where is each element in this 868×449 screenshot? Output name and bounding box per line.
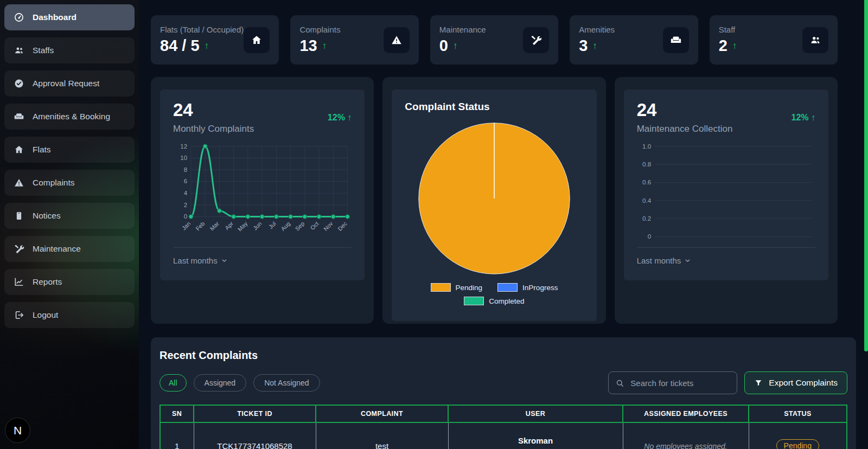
maintenance-collection-card: 24 Maintenance Collection 12% ↑ 00.20.40… — [615, 77, 838, 324]
svg-text:Feb: Feb — [194, 220, 206, 232]
stat-value: 2 — [719, 37, 727, 55]
legend-item: InProgress — [497, 283, 558, 292]
monthly-complaints-card: 24 Monthly Complaints 12% ↑ 024681012Jan… — [151, 77, 374, 324]
svg-text:Dec: Dec — [336, 220, 348, 232]
legend-swatch — [431, 283, 451, 292]
cell-ticket-id: TCK1773741068528 — [194, 422, 316, 449]
filter-assigned-button[interactable]: Assigned — [194, 374, 247, 392]
stat-card-staff: Staff 2 ↑ — [710, 15, 838, 65]
sidebar-item-label: Approval Request — [33, 79, 99, 88]
funnel-icon — [754, 379, 763, 387]
sidebar-item-notices[interactable]: Notices — [4, 203, 135, 229]
home-icon — [14, 144, 24, 155]
complaints-table: SN TICKET ID COMPLAINT USER ASSIGNED EMP… — [159, 405, 847, 449]
sidebar-item-label: Logout — [33, 310, 58, 320]
svg-text:Nov: Nov — [322, 220, 334, 232]
last-months-dropdown[interactable]: Last months — [173, 256, 228, 265]
legend-item: Completed — [464, 297, 524, 305]
maintenance-collection-value: 24 — [637, 101, 733, 119]
svg-text:Oct: Oct — [309, 220, 320, 231]
stat-value: 13 — [299, 37, 317, 55]
sidebar-item-flats[interactable]: Flats — [4, 137, 135, 163]
notice-icon — [14, 210, 24, 221]
sidebar-item-complaints[interactable]: Complaints — [4, 170, 135, 196]
stat-value: 3 — [579, 37, 588, 55]
sidebar-item-label: Flats — [33, 145, 51, 155]
stats-row: Flats (Total / Occupied) 84 / 5 ↑ Compla… — [151, 15, 838, 65]
legend-item: Pending — [431, 283, 483, 292]
monthly-complaints-line-chart: 024681012JanFebMarAprMayJunJulAugSepOctN… — [173, 141, 352, 243]
users-icon — [809, 34, 821, 46]
svg-text:12: 12 — [180, 143, 187, 150]
home-icon — [251, 34, 263, 46]
sidebar-item-reports[interactable]: Reports — [4, 269, 135, 295]
svg-text:0.8: 0.8 — [642, 161, 651, 168]
check-circle-icon — [14, 78, 24, 89]
search-icon — [615, 379, 624, 388]
divider — [173, 247, 352, 248]
svg-text:Aug: Aug — [279, 220, 291, 232]
sidebar-item-maintenance[interactable]: Maintenance — [4, 236, 135, 262]
legend-label: Completed — [489, 297, 524, 305]
stat-icon-box — [523, 27, 549, 53]
stat-icon-box — [244, 27, 270, 53]
logout-icon — [14, 310, 24, 320]
chart-icon — [14, 277, 24, 287]
stat-card-flats: Flats (Total / Occupied) 84 / 5 ↑ — [151, 15, 279, 65]
legend-label: Pending — [456, 284, 483, 292]
main-content: Flats (Total / Occupied) 84 / 5 ↑ Compla… — [139, 0, 868, 449]
charts-row: 24 Monthly Complaints 12% ↑ 024681012Jan… — [151, 77, 838, 324]
nextjs-logo[interactable]: N — [5, 418, 30, 443]
sidebar-item-logout[interactable]: Logout — [4, 302, 135, 328]
sidebar-item-label: Amenities & Booking — [33, 112, 110, 121]
search-input[interactable] — [629, 378, 730, 388]
logo-letter: N — [14, 424, 22, 437]
svg-text:Jun: Jun — [252, 220, 263, 232]
last-months-dropdown[interactable]: Last months — [637, 256, 692, 265]
stat-label: Maintenance — [439, 25, 486, 34]
svg-text:8: 8 — [184, 166, 187, 173]
users-icon — [14, 45, 24, 56]
cell-assigned-employees: No employees assigned. — [623, 422, 749, 449]
sidebar-item-amenities-booking[interactable]: Amenities & Booking — [4, 104, 135, 130]
svg-text:Sep: Sep — [293, 220, 305, 232]
svg-text:2: 2 — [184, 201, 187, 208]
cell-status: Pending — [749, 422, 847, 449]
stat-value: 84 / 5 — [160, 37, 200, 55]
filter-pills: All Assigned Not Assigned — [159, 374, 320, 392]
tools-icon — [14, 243, 24, 254]
export-label: Export Complaints — [769, 378, 838, 388]
svg-text:0.6: 0.6 — [642, 178, 651, 185]
maintenance-collection-label: Maintenance Collection — [637, 124, 733, 134]
filter-not-assigned-button[interactable]: Not Assigned — [253, 374, 320, 392]
stat-label: Complaints — [299, 25, 340, 34]
sidebar: Dashboard Staffs Approval Request Amenit… — [0, 0, 139, 449]
status-badge: Pending — [776, 439, 819, 449]
dropdown-label: Last months — [637, 256, 681, 265]
sidebar-item-label: Reports — [33, 277, 62, 287]
couch-icon — [670, 34, 682, 46]
stat-card-maintenance: Maintenance 0 ↑ — [430, 15, 558, 65]
sidebar-item-approval-request[interactable]: Approval Request — [4, 70, 135, 97]
trend-up-arrow: ↑ — [453, 41, 458, 52]
divider — [637, 247, 815, 248]
sidebar-item-dashboard[interactable]: Dashboard — [4, 4, 135, 30]
cell-user: Skroman skroman-testing@skromanglobal.co… — [448, 422, 623, 449]
col-complaint: COMPLAINT — [316, 405, 448, 422]
legend-label: InProgress — [522, 284, 558, 292]
col-user: USER — [448, 405, 623, 422]
svg-text:0: 0 — [184, 213, 187, 220]
sidebar-item-staffs[interactable]: Staffs — [4, 37, 135, 63]
page-scrollbar-thumb[interactable] — [864, 0, 868, 351]
filter-all-button[interactable]: All — [159, 374, 187, 392]
svg-text:0.4: 0.4 — [642, 197, 652, 204]
stat-icon-box — [663, 27, 689, 53]
table-row[interactable]: 1 TCK1773741068528 test Skroman skroman-… — [160, 422, 847, 449]
sidebar-item-label: Staffs — [33, 46, 54, 55]
pie-legend: PendingInProgressCompleted — [410, 283, 578, 305]
svg-text:Jan: Jan — [181, 220, 192, 232]
export-complaints-button[interactable]: Export Complaints — [744, 371, 847, 394]
complaint-status-card: Complaint Status PendingInProgressComple… — [382, 77, 605, 324]
legend-swatch — [464, 297, 484, 305]
svg-text:Jul: Jul — [267, 220, 277, 230]
